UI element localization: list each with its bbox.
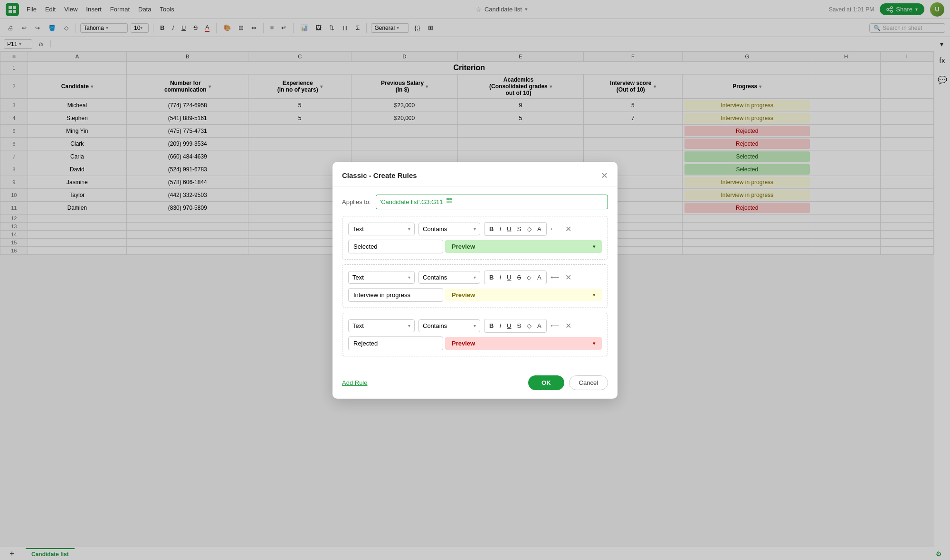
rule-2-erase-btn[interactable]: ⟵ — [551, 274, 560, 281]
cancel-button[interactable]: Cancel — [569, 375, 608, 390]
rule-2-fontcolor-btn[interactable]: A — [535, 273, 543, 282]
rule-3-preview-box[interactable]: Preview ▾ — [445, 337, 602, 350]
rule-1-bold-btn[interactable]: B — [487, 224, 495, 233]
svg-rect-12 — [449, 201, 452, 203]
rule-2-highlight-btn[interactable]: ◇ — [525, 273, 533, 282]
rule-3-fontcolor-btn[interactable]: A — [535, 321, 543, 330]
rule-2-bold-btn[interactable]: B — [487, 273, 495, 282]
rule-2-remove-btn[interactable]: ✕ — [563, 272, 573, 283]
svg-rect-10 — [449, 198, 452, 200]
rule-1-preview-box[interactable]: Preview ▾ — [445, 240, 602, 253]
rule-2-text-input[interactable] — [348, 288, 443, 302]
rule-3-type-select[interactable]: Text ▾ — [348, 319, 415, 332]
rule-3-row1: Text ▾ Contains ▾ B I U S ◇ — [348, 319, 602, 333]
rule-2-italic-btn[interactable]: I — [497, 273, 503, 282]
dialog-title: Classic - Create Rules — [342, 171, 417, 179]
dialog-body: Applies to: 'Candidate list'.G3:G11 — [332, 187, 618, 369]
rule-2-underline-btn[interactable]: U — [505, 273, 513, 282]
rule-3-underline-btn[interactable]: U — [505, 321, 513, 330]
rule-1-underline-btn[interactable]: U — [505, 224, 513, 233]
rule-3-strike-btn[interactable]: S — [515, 321, 523, 330]
rule-1-erase-btn[interactable]: ⟵ — [551, 225, 560, 233]
applies-to-label: Applies to: — [342, 198, 371, 205]
rule-1-fontcolor-btn[interactable]: A — [535, 224, 543, 233]
rule-block-3: Text ▾ Contains ▾ B I U S ◇ — [342, 313, 608, 356]
rule-3-text-input[interactable] — [348, 336, 443, 350]
dialog-close-button[interactable]: ✕ — [601, 170, 608, 181]
grid-icon — [446, 197, 454, 205]
rule-1-type-select[interactable]: Text ▾ — [348, 223, 415, 235]
applies-to-row: Applies to: 'Candidate list'.G3:G11 — [342, 195, 608, 209]
svg-rect-9 — [446, 198, 449, 200]
rule-3-condition-select[interactable]: Contains ▾ — [418, 319, 480, 332]
applies-to-input[interactable]: 'Candidate list'.G3:G11 — [376, 195, 608, 209]
rule-block-2: Text ▾ Contains ▾ B I U S ◇ — [342, 264, 608, 308]
rule-1-format-buttons: B I U S ◇ A — [484, 222, 547, 236]
rule-3-preview-row: Preview ▾ — [348, 336, 602, 350]
rule-1-condition-select[interactable]: Contains ▾ — [418, 223, 480, 235]
rule-block-1: Text ▾ Contains ▾ B I U S ◇ — [342, 216, 608, 260]
rule-2-format-buttons: B I U S ◇ A — [484, 271, 547, 284]
rule-2-type-select[interactable]: Text ▾ — [348, 271, 415, 284]
rule-3-bold-btn[interactable]: B — [487, 321, 495, 330]
rule-3-erase-btn[interactable]: ⟵ — [551, 322, 560, 329]
rule-2-row1: Text ▾ Contains ▾ B I U S ◇ — [348, 271, 602, 284]
rule-3-remove-btn[interactable]: ✕ — [563, 320, 573, 331]
rule-3-format-buttons: B I U S ◇ A — [484, 319, 547, 333]
rule-2-strike-btn[interactable]: S — [515, 273, 523, 282]
rule-2-preview-row: Preview ▾ — [348, 288, 602, 302]
rule-1-text-input[interactable] — [348, 240, 443, 253]
ok-button[interactable]: OK — [528, 375, 564, 390]
app-container: File Edit View Insert Format Data Tools … — [0, 0, 950, 560]
rule-1-italic-btn[interactable]: I — [497, 224, 503, 233]
rule-3-highlight-btn[interactable]: ◇ — [525, 321, 533, 330]
rule-1-strike-btn[interactable]: S — [515, 224, 523, 233]
rule-1-highlight-btn[interactable]: ◇ — [525, 224, 533, 233]
rule-1-remove-btn[interactable]: ✕ — [563, 224, 573, 234]
applies-to-grid-button[interactable] — [446, 197, 454, 206]
rule-1-preview-row: Preview ▾ — [348, 240, 602, 253]
rule-3-italic-btn[interactable]: I — [497, 321, 503, 330]
rule-1-row1: Text ▾ Contains ▾ B I U S ◇ — [348, 222, 602, 236]
rule-2-condition-select[interactable]: Contains ▾ — [418, 271, 480, 284]
add-rule-button[interactable]: Add Rule — [342, 379, 367, 386]
footer-buttons: OK Cancel — [528, 375, 608, 390]
create-rules-dialog: Classic - Create Rules ✕ Applies to: 'Ca… — [332, 162, 618, 399]
dialog-overlay: Classic - Create Rules ✕ Applies to: 'Ca… — [0, 0, 950, 560]
svg-rect-11 — [446, 201, 449, 203]
dialog-header: Classic - Create Rules ✕ — [332, 162, 618, 187]
rule-2-preview-box[interactable]: Preview ▾ — [445, 289, 602, 301]
dialog-footer: Add Rule OK Cancel — [332, 369, 618, 399]
